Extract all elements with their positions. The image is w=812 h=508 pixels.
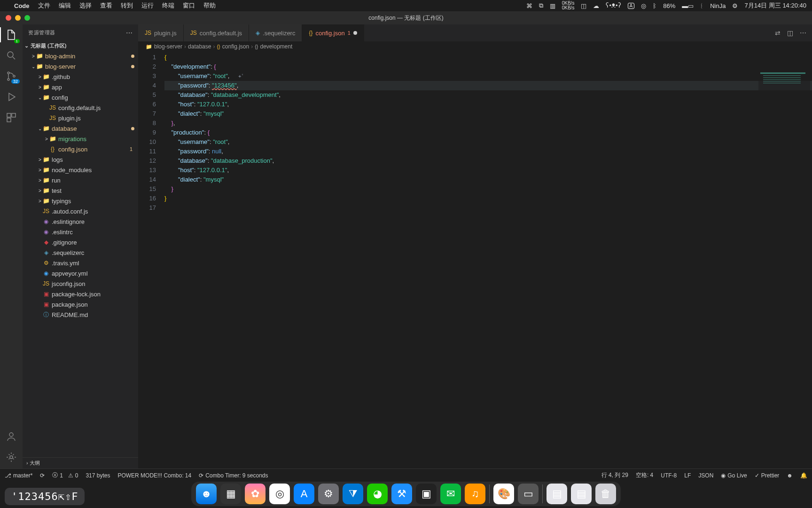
dock-vscode-icon[interactable]: ⧩ xyxy=(343,484,363,504)
bear-icon[interactable]: ʕ•ᴥ•ʔ xyxy=(606,2,621,9)
code-line-10[interactable]: "username": "root", xyxy=(164,137,812,147)
tree-item-blog-server[interactable]: ⌄📁blog-server xyxy=(23,61,138,71)
dock-chrome-icon[interactable]: ◎ xyxy=(269,484,290,504)
tree-item-migrations[interactable]: >📁migrations xyxy=(23,134,138,144)
tree-item-config-default-js[interactable]: JSconfig.default.js xyxy=(23,103,138,113)
tab--sequelizerc[interactable]: ◈.sequelizerc xyxy=(249,24,302,41)
tree-item-appveyor-yml[interactable]: ◉appveyor.yml xyxy=(23,268,138,278)
tree-item-jsconfig-json[interactable]: JSjsconfig.json xyxy=(23,278,138,289)
tree-item-node_modules[interactable]: >📁node_modules xyxy=(23,165,138,175)
tree-item-app[interactable]: >📁app xyxy=(23,82,138,92)
search-icon[interactable] xyxy=(6,50,17,61)
tower-icon[interactable]: ▥ xyxy=(550,2,555,9)
code-line-2[interactable]: "development": { xyxy=(164,62,812,71)
code-line-3[interactable]: "username": "root",✦˚ xyxy=(164,71,812,81)
menu-help[interactable]: 帮助 xyxy=(203,1,216,10)
menubar-app-name[interactable]: Code xyxy=(14,2,30,9)
date-time[interactable]: 7月14日 周三 14:20:40 xyxy=(744,1,806,10)
airdrop-icon[interactable]: ◎ xyxy=(641,2,646,9)
menu-run[interactable]: 运行 xyxy=(141,1,154,10)
editor-more-icon[interactable]: ⋯ xyxy=(800,29,806,37)
code-line-9[interactable]: "production": { xyxy=(164,128,812,137)
rectangle-icon[interactable]: ◫ xyxy=(581,2,586,9)
menu-select[interactable]: 选择 xyxy=(79,1,92,10)
settings-gear-icon[interactable] xyxy=(6,452,17,463)
menu-view[interactable]: 查看 xyxy=(100,1,112,10)
tab-plugin-js[interactable]: JSplugin.js xyxy=(138,24,184,41)
extensions-icon[interactable] xyxy=(6,112,17,123)
indentation[interactable]: 空格: 4 xyxy=(636,471,653,479)
encoding[interactable]: UTF-8 xyxy=(661,472,677,479)
dock-terminal-icon[interactable]: ▣ xyxy=(416,484,437,504)
dock-music-icon[interactable]: ♫ xyxy=(465,484,485,504)
workspace-header[interactable]: ⌄无标题 (工作区) xyxy=(23,41,138,51)
code-line-1[interactable]: { xyxy=(164,53,812,62)
sidebar-more-icon[interactable]: ⋯ xyxy=(126,29,133,37)
code-line-7[interactable]: "dialect": "mysql" xyxy=(164,109,812,119)
menu-terminal[interactable]: 终端 xyxy=(162,1,174,10)
explorer-icon[interactable]: 1 xyxy=(6,29,17,40)
tree-item-config[interactable]: ⌄📁config xyxy=(23,92,138,103)
accounts-icon[interactable] xyxy=(6,431,17,442)
ime-candidate[interactable]: '123456⇱⇧F xyxy=(5,488,85,505)
dock-document2-icon[interactable]: ▤ xyxy=(571,484,592,504)
code-line-4[interactable]: "password": "123456", xyxy=(164,81,812,90)
feedback-icon[interactable]: ☻ xyxy=(787,472,793,479)
code-line-11[interactable]: "password": null, xyxy=(164,147,812,156)
menu-edit[interactable]: 编辑 xyxy=(59,1,71,10)
cmd-icon[interactable]: ⌘ xyxy=(526,2,532,9)
tree-item-database[interactable]: ⌄📁database xyxy=(23,123,138,134)
tree-item-package-lock-json[interactable]: ▣package-lock.json xyxy=(23,289,138,299)
dock-settings-icon[interactable]: ⚙ xyxy=(318,484,339,504)
code-line-17[interactable] xyxy=(164,203,812,213)
run-debug-icon[interactable] xyxy=(6,91,17,103)
cursor-position[interactable]: 行 4, 列 29 xyxy=(601,471,628,479)
network-speed[interactable]: 0KB/s0KB/s xyxy=(562,1,575,10)
tree-item--sequelizerc[interactable]: ◈.sequelizerc xyxy=(23,247,138,258)
dock-preview2-icon[interactable]: ▭ xyxy=(518,484,539,504)
battery-percent[interactable]: 86% xyxy=(663,2,675,9)
dock-app-icon[interactable]: ◕ xyxy=(367,484,388,504)
tree-item--gitignore[interactable]: ◆.gitignore xyxy=(23,237,138,247)
tree-item-plugin-js[interactable]: JSplugin.js xyxy=(23,113,138,123)
dock-trash-icon[interactable]: 🗑 xyxy=(595,484,616,504)
tree-item--eslintignore[interactable]: ◉.eslintignore xyxy=(23,216,138,227)
control-center-icon[interactable]: ⚙ xyxy=(732,2,738,9)
go-live[interactable]: ◉ Go Live xyxy=(721,472,747,479)
screencap-icon[interactable]: ⧉ xyxy=(539,2,543,9)
problems-summary[interactable]: ⓧ 1 ⚠ 0 xyxy=(52,471,78,479)
language-mode[interactable]: JSON xyxy=(698,472,713,479)
menu-goto[interactable]: 转到 xyxy=(121,1,133,10)
bluetooth-icon[interactable]: ᛒ xyxy=(653,2,656,9)
prettier-status[interactable]: ✓ Prettier xyxy=(755,472,780,479)
input-source-indicator[interactable]: A xyxy=(628,3,635,9)
code-line-15[interactable]: } xyxy=(164,184,812,194)
git-branch[interactable]: ⎇ master* xyxy=(5,472,32,479)
code-line-12[interactable]: "database": "database_production", xyxy=(164,156,812,166)
dock-appstore-icon[interactable]: A xyxy=(294,484,314,504)
code-line-14[interactable]: "dialect": "mysql" xyxy=(164,175,812,184)
outline-section[interactable]: › 大纲 xyxy=(23,457,138,468)
tree-item-config-json[interactable]: {}config.json1 xyxy=(23,144,138,154)
dock-finder-icon[interactable]: ☻ xyxy=(196,484,217,504)
tree-item-logs[interactable]: >📁logs xyxy=(23,154,138,165)
code-line-13[interactable]: "host": "127.0.0.1", xyxy=(164,166,812,175)
tree-item--autod-conf-js[interactable]: JS.autod.conf.js xyxy=(23,206,138,216)
wifi-icon[interactable]: ⧙ xyxy=(700,2,703,9)
tab-config-default-js[interactable]: JSconfig.default.js xyxy=(184,24,249,41)
tree-item-test[interactable]: >📁test xyxy=(23,185,138,196)
sync-icon[interactable]: ⟳ xyxy=(40,472,45,479)
tree-item-run[interactable]: >📁run xyxy=(23,175,138,185)
bell-icon[interactable]: 🔔 xyxy=(800,472,807,479)
source-control-icon[interactable]: 32 xyxy=(6,71,17,82)
code-line-6[interactable]: "host": "127.0.0.1", xyxy=(164,100,812,109)
dock-document1-icon[interactable]: ▤ xyxy=(547,484,567,504)
window-close-button[interactable] xyxy=(6,15,11,21)
eol[interactable]: LF xyxy=(684,472,691,479)
dock-preview1-icon[interactable]: 🎨 xyxy=(493,484,514,504)
tree-item-typings[interactable]: >📁typings xyxy=(23,196,138,206)
tree-item-README-md[interactable]: ⓘREADME.md xyxy=(23,310,138,320)
tab-config-json[interactable]: {}config.json1 xyxy=(302,24,364,41)
window-minimize-button[interactable] xyxy=(15,15,21,21)
tree-item--github[interactable]: >📁.github xyxy=(23,71,138,82)
